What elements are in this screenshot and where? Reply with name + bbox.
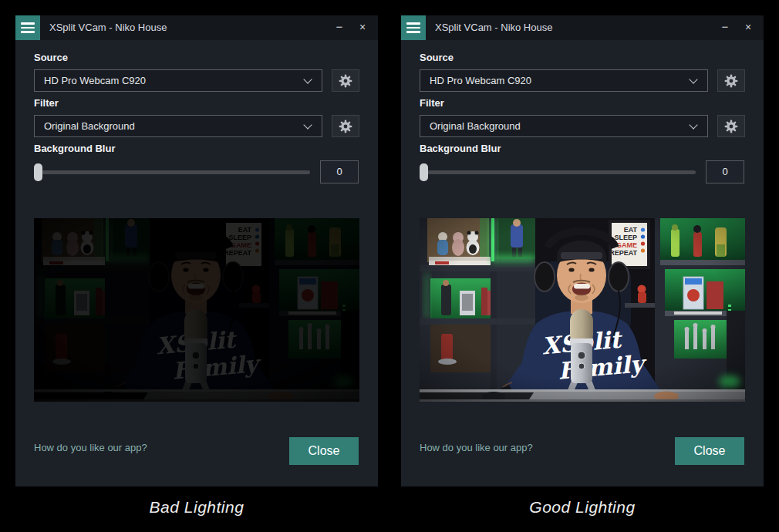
desktop-canvas: XSplit VCam - Niko House − × Source HD P… <box>0 0 779 532</box>
close-button[interactable]: Close <box>289 437 359 465</box>
gear-icon <box>339 120 352 133</box>
source-value: HD Pro Webcam C920 <box>35 75 305 86</box>
chevron-down-icon <box>303 75 312 83</box>
filter-label: Filter <box>34 97 59 109</box>
vcam-window-bad: XSplit VCam - Niko House − × Source HD P… <box>15 15 378 487</box>
chevron-down-icon <box>689 120 697 129</box>
filter-select[interactable]: Original Background <box>420 115 708 137</box>
background-blur-label: Background Blur <box>420 143 501 154</box>
minimize-button[interactable]: − <box>329 15 350 40</box>
minimize-icon: − <box>336 20 343 33</box>
filter-value: Original Background <box>35 120 305 132</box>
blur-slider-handle[interactable] <box>34 163 42 181</box>
gear-icon <box>339 74 352 88</box>
background-blur-label: Background Blur <box>34 143 115 154</box>
minimize-icon: − <box>722 20 729 33</box>
blur-slider-track[interactable] <box>35 170 310 174</box>
webcam-scene <box>420 218 745 402</box>
source-settings-button[interactable] <box>717 69 745 92</box>
source-settings-button[interactable] <box>332 69 359 92</box>
caption-good-lighting: Good Lighting <box>401 498 764 517</box>
hamburger-menu-button[interactable] <box>401 15 426 40</box>
source-label: Source <box>420 52 454 63</box>
close-button[interactable]: Close <box>675 437 744 465</box>
filter-select[interactable]: Original Background <box>34 115 322 137</box>
caption-bad-lighting: Bad Lighting <box>15 498 378 517</box>
window-close-button[interactable]: × <box>352 15 373 40</box>
gear-icon <box>724 120 738 133</box>
source-label: Source <box>34 52 68 63</box>
source-value: HD Pro Webcam C920 <box>420 75 690 86</box>
chevron-down-icon <box>689 75 697 83</box>
close-x-icon: × <box>359 21 366 33</box>
source-select[interactable]: HD Pro Webcam C920 <box>34 69 322 92</box>
webcam-preview-bad <box>34 218 359 402</box>
window-title: XSplit VCam - Niko House <box>49 15 167 40</box>
hamburger-menu-button[interactable] <box>15 15 40 40</box>
window-close-button[interactable]: × <box>737 15 759 40</box>
close-x-icon: × <box>745 21 751 33</box>
chevron-down-icon <box>303 120 312 129</box>
filter-settings-button[interactable] <box>717 115 745 137</box>
blur-value-box[interactable]: 0 <box>706 160 744 184</box>
titlebar: XSplit VCam - Niko House − × <box>401 15 764 40</box>
feedback-link[interactable]: How do you like our app? <box>420 442 533 453</box>
blur-slider-handle[interactable] <box>420 163 428 181</box>
filter-value: Original Background <box>420 120 690 132</box>
blur-slider-track[interactable] <box>421 170 696 174</box>
window-title: XSplit VCam - Niko House <box>435 15 552 40</box>
feedback-link[interactable]: How do you like our app? <box>34 442 147 453</box>
filter-label: Filter <box>420 97 444 109</box>
hamburger-icon <box>21 22 35 24</box>
gear-icon <box>724 74 738 88</box>
webcam-scene <box>34 218 359 402</box>
vcam-window-good: XSplit VCam - Niko House − × Source HD P… <box>401 15 764 487</box>
blur-value-box[interactable]: 0 <box>320 160 359 184</box>
minimize-button[interactable]: − <box>714 15 736 40</box>
titlebar: XSplit VCam - Niko House − × <box>15 15 378 40</box>
filter-settings-button[interactable] <box>332 115 359 137</box>
webcam-preview-good <box>420 218 745 402</box>
source-select[interactable]: HD Pro Webcam C920 <box>420 69 708 92</box>
hamburger-icon <box>406 22 420 24</box>
